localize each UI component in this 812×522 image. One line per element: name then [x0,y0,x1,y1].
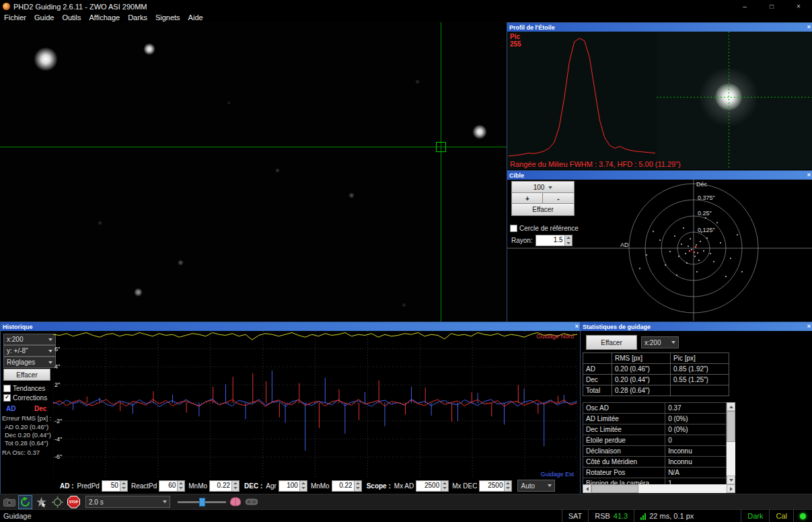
history-title: Historique [3,324,33,330]
ra-params-label: AD : [60,482,74,490]
predpd-input[interactable]: 50 [102,480,128,492]
radius-label: Rayon: [511,237,533,244]
slider-thumb[interactable] [199,498,205,507]
ra-series-label[interactable]: AD [6,405,15,412]
menu-aide[interactable]: Aide [184,13,207,22]
ra-mnmo-input[interactable]: 0.22 [209,480,239,492]
rms-table: RMS [px] Pic [px] AD 0.20 (0.46") 0.85 (… [583,352,729,396]
history-xscale-select[interactable]: x:200 [3,334,56,345]
close-icon[interactable]: × [807,172,811,178]
stats-list-viewport: Osc AD0.37 AD Limitée0 (0%) Dec Limitée0… [583,402,727,484]
checkbox-checked-icon: ✓ [3,394,11,402]
stats-scale-select[interactable]: x:200 [641,336,679,348]
stats-horizontal-scrollbar[interactable] [583,484,735,493]
close-icon[interactable]: × [575,324,579,330]
sat-indicator: SAT [562,510,589,522]
close-icon[interactable]: × [807,324,811,330]
dec-mnmo-input[interactable]: 0.22 [332,480,362,492]
dec-guide-mode-select[interactable]: Auto [517,480,555,492]
menu-outils[interactable]: Outils [58,13,85,22]
menu-guide[interactable]: Guide [30,13,58,22]
stats-header[interactable]: Statistiques de guidage × [581,322,812,331]
y-tick: 4" [54,363,60,370]
history-panel: Historique × x:200 y: +/-8" Réglages Eff… [0,322,581,495]
stop-button[interactable]: STOP [67,495,81,509]
list-item: Côté du MéridienInconnu [583,457,727,468]
star-profile-chart [507,32,657,170]
chevron-down-icon [671,341,675,344]
scrollbar-thumb[interactable] [591,484,638,493]
scrollbar-thumb[interactable] [727,411,735,442]
mxdec-input[interactable]: 2500 [479,480,512,492]
corrections-checkbox[interactable]: ✓ Corrections [3,394,47,402]
scrollbar-track[interactable] [727,411,735,476]
clear-target-button[interactable]: Effacer [511,203,575,216]
spinner-arrows-icon[interactable] [441,481,448,491]
target-header[interactable]: Cible × [507,171,812,180]
snr-indicator: RSB 41.3 [588,510,634,522]
camera-connect-button[interactable] [2,495,16,509]
stats-clear-button[interactable]: Effacer [586,335,637,350]
camera-settings-button[interactable] [244,495,258,509]
spinner-arrows-icon[interactable] [177,481,184,491]
auto-select-star-button[interactable] [34,495,48,509]
agr-input[interactable]: 100 [279,480,307,492]
close-button[interactable]: × [785,3,812,10]
chevron-down-icon [548,484,552,487]
menu-affichage[interactable]: Affichage [85,13,124,22]
star-zoom-view [657,32,812,170]
scroll-up-icon[interactable] [727,402,735,411]
dec-axis-label: Déc [696,181,707,188]
phd2-window: PHD2 Guiding 2.6.11 - ZWO ASI 290MM – □ … [0,0,812,522]
spinner-arrows-icon[interactable] [231,481,239,491]
ra-osc-readout: RA Osc: 0.37 [2,449,40,456]
reactpd-input[interactable]: 60 [159,480,185,492]
advanced-settings-button[interactable] [228,495,242,509]
menu-fichier[interactable]: Fichier [0,13,30,22]
chevron-down-icon [48,338,52,341]
gamepad-icon [246,498,258,506]
history-chart [53,331,577,478]
stats-list: Osc AD0.37 AD Limitée0 (0%) Dec Limitée0… [583,402,727,484]
ring-label-middle: 0.25" [698,210,712,217]
peak-label: Pic [510,33,521,40]
close-icon[interactable]: × [807,24,811,30]
stretch-slider[interactable] [178,496,226,508]
history-clear-button[interactable]: Effacer [3,369,50,381]
reference-circle-label: Cercle de référence [519,225,579,232]
menu-darks[interactable]: Darks [124,13,151,22]
camera-view[interactable] [0,22,507,322]
scroll-right-icon[interactable] [727,484,735,493]
scrollbar-track[interactable] [591,484,727,493]
scroll-down-icon[interactable] [727,476,735,484]
trend-checkbox[interactable]: Tendances [3,385,45,392]
spinner-arrows-icon[interactable] [120,481,127,491]
mxad-label: Mx AD [394,482,414,490]
loop-exposures-button[interactable] [18,495,32,509]
spinner-arrows-icon[interactable] [504,481,511,491]
mxad-input[interactable]: 2500 [416,480,449,492]
rms-ra-readout: AD 0.20 (0.46") [5,423,48,431]
ra-mnmo-label: MnMo [188,482,207,490]
list-item: Rotateur PosN/A [583,468,727,478]
history-settings-select[interactable]: Réglages [3,357,56,368]
spinner-arrows-icon[interactable] [354,481,361,491]
guide-north-label: Guidage Nord [536,333,574,340]
stats-vertical-scrollbar[interactable] [727,402,735,484]
history-yscale-select[interactable]: y: +/-8" [3,345,56,357]
exposure-select[interactable]: 2.0 s [85,496,170,508]
spinner-arrows-icon[interactable] [564,235,572,246]
star-profile-header[interactable]: Profil de l'Étoile × [507,23,812,32]
maximize-button[interactable]: □ [758,3,785,10]
guide-step-text: 22 ms, 0.1 px [649,512,694,520]
menu-signets[interactable]: Signets [151,13,184,22]
star-profile-body: Pic 255 Rangée du Milieu FWHM : 3.74, HF… [507,32,812,170]
guide-button[interactable] [50,495,65,509]
spinner-arrows-icon[interactable] [299,481,307,491]
radius-input[interactable]: 1.5 [536,235,573,246]
dec-series-label[interactable]: Dec [34,405,46,412]
reference-circle-checkbox[interactable]: Cercle de référence [510,225,579,232]
scroll-left-icon[interactable] [583,484,591,493]
minimize-button[interactable]: – [731,3,758,10]
history-header[interactable]: Historique × [1,322,581,331]
